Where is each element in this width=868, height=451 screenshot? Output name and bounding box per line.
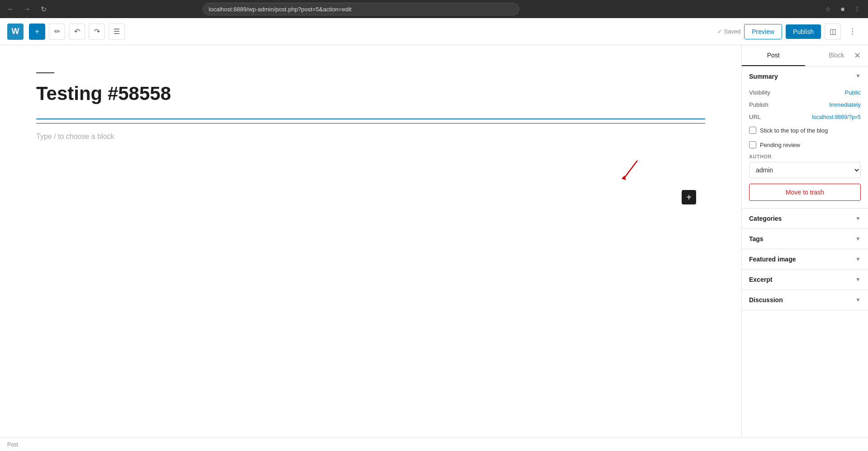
summary-label: Summary [749, 73, 778, 80]
saved-status: ✓ Saved [717, 28, 740, 35]
url-text: localhost:8889/wp-admin/post.php?post=5&… [209, 6, 351, 13]
main-layout: Testing #58558 Type / to choose a block … [0, 45, 868, 451]
saved-label: Saved [724, 28, 740, 35]
redo-icon: ↷ [94, 27, 100, 36]
redo-button[interactable]: ↷ [89, 24, 105, 40]
tab-post[interactable]: Post [742, 45, 805, 66]
excerpt-chevron-icon: ▼ [855, 276, 861, 283]
red-arrow-annotation [619, 158, 642, 181]
settings-button[interactable]: ◫ [825, 24, 841, 40]
wp-logo: W [7, 24, 24, 40]
check-icon: ✓ [717, 28, 722, 35]
undo-icon: ↶ [74, 27, 80, 36]
author-select[interactable]: admin [749, 162, 861, 178]
post-title[interactable]: Testing #58558 [36, 82, 705, 105]
tags-chevron-icon: ▼ [855, 236, 861, 242]
tags-label: Tags [749, 235, 764, 242]
options-icon: ⋮ [849, 27, 856, 36]
visibility-row: Visibility Public [749, 86, 861, 99]
discussion-panel-header[interactable]: Discussion ▼ [742, 290, 868, 310]
forward-button[interactable]: → [21, 3, 33, 15]
block-divider [36, 123, 705, 123]
summary-panel-content: Visibility Public Publish Immediately UR… [742, 86, 868, 208]
stick-to-top-checkbox[interactable] [749, 127, 756, 134]
tags-panel-header[interactable]: Tags ▼ [742, 229, 868, 249]
browser-menu-btn[interactable]: ⋮ [851, 3, 863, 15]
move-to-trash-button[interactable]: Move to trash [749, 184, 861, 201]
categories-panel-header[interactable]: Categories ▼ [742, 209, 868, 228]
browser-actions: ☆ ■ ⋮ [822, 3, 863, 15]
featured-image-label: Featured image [749, 256, 796, 263]
author-label: AUTHOR [749, 154, 861, 159]
sidebar-tabs: Post Block ✕ [742, 45, 868, 66]
publish-value[interactable]: Immediately [829, 101, 861, 108]
publish-label: Publish [749, 101, 768, 108]
panel-featured-image: Featured image ▼ [742, 249, 868, 270]
plus-icon: + [35, 28, 39, 36]
panel-categories: Categories ▼ [742, 209, 868, 229]
browser-chrome: ← → ↻ localhost:8889/wp-admin/post.php?p… [0, 0, 868, 18]
browser-extensions-btn[interactable]: ■ [836, 3, 849, 15]
publish-button[interactable]: Publish [786, 24, 821, 39]
url-row: URL localhost:8889/?p=5 [749, 111, 861, 123]
panel-summary: Summary ▲ Visibility Public Publish Imme… [742, 66, 868, 209]
author-section: AUTHOR admin [749, 152, 861, 178]
stick-to-top-label[interactable]: Stick to the top of the blog [760, 127, 828, 134]
undo-button[interactable]: ↶ [69, 24, 85, 40]
visibility-label: Visibility [749, 89, 770, 96]
options-button[interactable]: ⋮ [844, 24, 861, 40]
summary-panel-header[interactable]: Summary ▲ [742, 66, 868, 86]
discussion-label: Discussion [749, 296, 783, 304]
back-button[interactable]: ← [5, 3, 17, 15]
visibility-value[interactable]: Public [845, 89, 861, 96]
summary-chevron-icon: ▲ [855, 73, 861, 80]
sidebar-close-button[interactable]: ✕ [851, 49, 863, 62]
sidebar: Post Block ✕ Summary ▲ Visibility Public… [741, 45, 868, 451]
add-block-inline-button[interactable]: + [682, 190, 696, 204]
featured-image-chevron-icon: ▼ [855, 256, 861, 262]
url-value[interactable]: localhost:8889/?p=5 [812, 114, 861, 120]
discussion-chevron-icon: ▼ [855, 297, 861, 303]
panel-discussion: Discussion ▼ [742, 290, 868, 310]
panel-tags: Tags ▼ [742, 229, 868, 249]
categories-label: Categories [749, 215, 782, 222]
pending-review-label[interactable]: Pending review [760, 142, 800, 148]
edit-tool-button[interactable]: ✏ [49, 24, 65, 40]
pencil-icon: ✏ [54, 27, 60, 36]
plus-icon-inline: + [686, 192, 692, 203]
refresh-button[interactable]: ↻ [37, 3, 50, 15]
publish-row: Publish Immediately [749, 99, 861, 111]
excerpt-label: Excerpt [749, 276, 772, 283]
status-bar: Post [0, 437, 868, 451]
list-view-button[interactable]: ☰ [109, 24, 125, 40]
svg-line-0 [624, 161, 637, 179]
pending-review-row: Pending review [749, 138, 861, 152]
featured-image-panel-header[interactable]: Featured image ▼ [742, 249, 868, 269]
active-block-divider [36, 119, 705, 119]
separator-line [36, 72, 54, 73]
add-block-toolbar-button[interactable]: + [29, 24, 45, 40]
url-label: URL [749, 114, 761, 120]
svg-marker-1 [621, 176, 626, 180]
block-placeholder[interactable]: Type / to choose a block [36, 133, 705, 141]
status-bar-label: Post [7, 442, 18, 448]
excerpt-panel-header[interactable]: Excerpt ▼ [742, 270, 868, 290]
settings-icon: ◫ [830, 27, 836, 36]
panel-excerpt: Excerpt ▼ [742, 270, 868, 290]
categories-chevron-icon: ▼ [855, 215, 861, 222]
list-icon: ☰ [114, 27, 120, 36]
pending-review-checkbox[interactable] [749, 141, 756, 148]
browser-bookmark-btn[interactable]: ☆ [822, 3, 835, 15]
wp-toolbar: W + ✏ ↶ ↷ ☰ ✓ Saved Preview Publish ◫ ⋮ [0, 18, 868, 45]
preview-button[interactable]: Preview [744, 24, 782, 39]
address-bar[interactable]: localhost:8889/wp-admin/post.php?post=5&… [203, 3, 519, 15]
editor-area[interactable]: Testing #58558 Type / to choose a block … [0, 45, 741, 451]
stick-to-top-row: Stick to the top of the blog [749, 123, 861, 138]
